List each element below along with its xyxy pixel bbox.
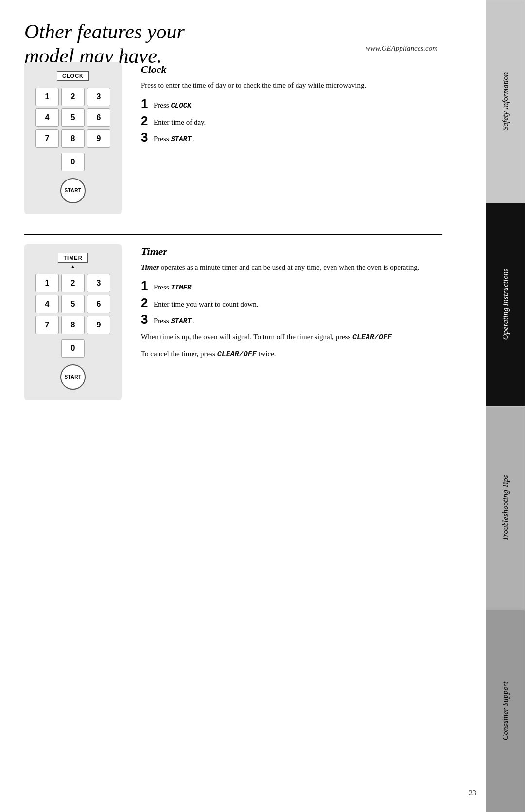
clock-heading: Clock [141, 63, 442, 76]
timer-additional-1: When time is up, the oven will signal. T… [141, 331, 442, 343]
key-9: 9 [87, 129, 110, 148]
clock-step-1: 1 Press CLOCK [141, 97, 442, 111]
timer-desc-italic: Timer [141, 263, 159, 271]
timer-steps: 1 Press TIMER 2 Enter time you want to c… [141, 279, 442, 326]
sidebar-tab-troubleshooting[interactable]: Troubleshooting Tips [486, 406, 525, 609]
clock-key-label: CLOCK [57, 71, 89, 81]
key-5: 5 [61, 108, 85, 127]
clock-step-3: 3 Press START. [141, 131, 442, 144]
key-1: 1 [35, 88, 59, 106]
timer-step3-number: 3 [141, 313, 152, 325]
timer-additional-2: To cancel the timer, press CLEAR/OFF twi… [141, 348, 442, 361]
clock-description: Press to enter the time of day or to che… [141, 80, 442, 91]
key-7: 7 [35, 129, 59, 148]
timer-key-label: TIMER [58, 253, 88, 263]
clock-step3-emphasis: START. [171, 135, 195, 143]
timer-step-2: 2 Enter time you want to count down. [141, 296, 442, 310]
clock-keypad-grid: 1 2 3 4 5 6 7 8 9 [35, 88, 110, 148]
clock-step-2: 2 Enter time of day. [141, 114, 442, 128]
section-divider [24, 234, 442, 235]
timer-step3-emphasis: START. [171, 317, 195, 325]
timer-heading: Timer [141, 245, 442, 258]
clock-instructions: Clock Press to enter the time of day or … [141, 62, 442, 147]
timer-keypad-grid: 1 2 3 4 5 6 7 8 9 [35, 274, 110, 334]
page-number: 23 [469, 789, 476, 797]
timer-keypad-panel: TIMER ▲ 1 2 3 4 5 6 7 8 9 0 START [24, 244, 122, 400]
clock-step3-text: Press START. [154, 131, 195, 144]
timer-additional2-text: To cancel the timer, press [141, 350, 217, 358]
clock-key-zero-row: 0 [61, 153, 85, 171]
clock-keypad-panel: CLOCK 1 2 3 4 5 6 7 8 9 0 START [24, 62, 122, 214]
clock-step2-text: Enter time of day. [154, 114, 206, 128]
timer-additional2-emphasis: CLEAR/OFF [217, 350, 257, 359]
timer-key-6: 6 [87, 295, 110, 313]
clock-step1-text: Press CLOCK [154, 97, 191, 111]
main-content: Other features your model may have. www.… [0, 0, 467, 812]
timer-key-8: 8 [61, 316, 85, 334]
timer-key-7: 7 [35, 316, 59, 334]
key-8: 8 [61, 129, 85, 148]
clock-step1-number: 1 [141, 97, 152, 110]
timer-description: Timer operates as a minute timer and can… [141, 262, 442, 273]
timer-desc-rest: operates as a minute timer and can be us… [159, 263, 420, 271]
right-sidebar: Safety Information Operating Instruction… [486, 0, 525, 812]
key-0: 0 [61, 153, 85, 171]
timer-section: TIMER ▲ 1 2 3 4 5 6 7 8 9 0 START Timer [24, 244, 442, 410]
timer-step-1: 1 Press TIMER [141, 279, 442, 293]
clock-start-button: START [60, 178, 86, 203]
timer-key-3: 3 [87, 274, 110, 292]
clock-steps: 1 Press CLOCK 2 Enter time of day. 3 Pre… [141, 97, 442, 144]
timer-additional1-text: When time is up, the oven will signal. T… [141, 333, 352, 341]
timer-step1-prefix: Press [154, 283, 171, 291]
timer-key-2: 2 [61, 274, 85, 292]
timer-key-0: 0 [61, 339, 85, 358]
sidebar-tab-consumer[interactable]: Consumer Support [486, 609, 525, 812]
timer-step2-text: Enter time you want to count down. [154, 296, 258, 310]
key-4: 4 [35, 108, 59, 127]
timer-key-1: 1 [35, 274, 59, 292]
timer-step3-text: Press START. [154, 313, 195, 326]
timer-additional1-emphasis: CLEAR/OFF [352, 333, 392, 342]
timer-arrow-icon: ▲ [70, 264, 75, 269]
sidebar-tab-safety[interactable]: Safety Information [486, 0, 525, 203]
timer-step2-number: 2 [141, 296, 152, 309]
timer-start-button: START [60, 364, 86, 390]
clock-step1-prefix: Press [154, 101, 171, 109]
timer-step3-prefix: Press [154, 317, 171, 325]
timer-btn-container: TIMER ▲ [58, 253, 88, 269]
title-line1: Other features your [24, 20, 185, 43]
timer-step-3: 3 Press START. [141, 313, 442, 326]
key-3: 3 [87, 88, 110, 106]
clock-step2-number: 2 [141, 114, 152, 127]
timer-key-9: 9 [87, 316, 110, 334]
clock-step3-prefix: Press [154, 135, 171, 143]
key-2: 2 [61, 88, 85, 106]
page-title-block: Other features your model may have. www.… [24, 19, 442, 53]
sidebar-tab-operating[interactable]: Operating Instructions [486, 203, 525, 406]
timer-key-zero-row: 0 [61, 339, 85, 358]
clock-step3-number: 3 [141, 131, 152, 144]
timer-step1-number: 1 [141, 279, 152, 292]
timer-key-4: 4 [35, 295, 59, 313]
timer-instructions: Timer Timer operates as a minute timer a… [141, 244, 442, 360]
clock-step1-emphasis: CLOCK [171, 102, 191, 109]
timer-step1-text: Press TIMER [154, 279, 191, 293]
timer-key-5: 5 [61, 295, 85, 313]
key-6: 6 [87, 108, 110, 127]
timer-step1-emphasis: TIMER [171, 284, 191, 291]
timer-additional2-end: twice. [258, 350, 276, 358]
clock-section: CLOCK 1 2 3 4 5 6 7 8 9 0 START Clock Pr… [24, 62, 442, 224]
